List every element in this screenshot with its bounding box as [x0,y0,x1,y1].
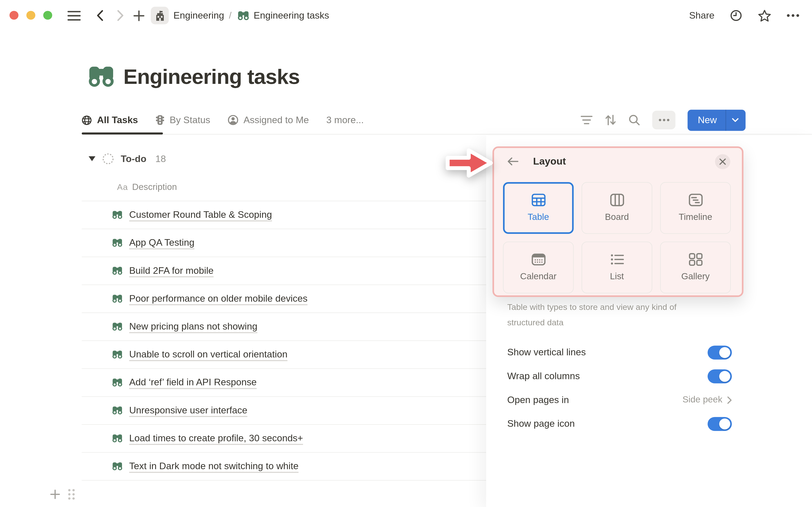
favorite-star-icon[interactable] [758,9,771,22]
sidebar-menu-button[interactable] [67,0,81,31]
toggle-knob [719,371,730,382]
tab-label: By Status [169,114,210,125]
row-title[interactable]: Text in Dark mode not switching to white [129,461,299,472]
teamspace-icon-tile[interactable] [151,7,169,24]
layout-option-board[interactable]: Board [581,182,652,234]
table-row[interactable]: Unable to scroll on vertical orientation [82,341,486,369]
group-header-todo[interactable]: To-do 18 [89,147,166,171]
table-row[interactable]: Unresponsive user interface [82,397,486,425]
close-window-button[interactable] [9,11,18,20]
show-vertical-lines-toggle[interactable] [708,345,732,359]
table-row[interactable]: Customer Round Table & Scoping [82,201,486,229]
new-button[interactable]: New [688,109,746,130]
plus-icon [134,10,144,21]
row-title[interactable]: Add ‘ref’ field in API Response [129,377,257,388]
layout-option-gallery[interactable]: Gallery [660,242,731,293]
layout-option-label: Gallery [681,272,710,282]
more-options-icon[interactable] [786,14,799,17]
share-button[interactable]: Share [689,10,714,21]
binoculars-icon [112,266,122,275]
tab-label: Assigned to Me [243,114,309,125]
row-title[interactable]: Unresponsive user interface [129,405,247,416]
layout-popup-highlight: Layout Table [493,147,744,297]
sort-icon[interactable] [605,114,617,126]
table-row[interactable]: New pricing plans not showing [82,313,486,341]
nav-back-button[interactable] [96,0,104,31]
row-title[interactable]: Poor performance on older mobile devices [129,293,307,304]
drag-handle-icon[interactable] [67,489,75,500]
binoculars-icon [112,434,122,443]
calendar-layout-icon [531,253,545,266]
table-row[interactable]: App QA Testing [82,229,486,257]
layout-option-calendar[interactable]: Calendar [503,242,574,293]
layout-option-table[interactable]: Table [503,182,574,234]
layout-option-timeline[interactable]: Timeline [660,182,731,234]
page-title: Engineering tasks [123,65,300,89]
binoculars-icon [112,462,122,471]
layout-option-list[interactable]: List [581,242,652,293]
chevron-down-icon [732,118,739,122]
layout-option-label: Board [605,212,629,222]
binoculars-icon [112,211,122,220]
nav-forward-button[interactable] [116,0,124,31]
setting-open-pages-in[interactable]: Open pages in Side peek [507,388,732,412]
collapse-triangle-icon[interactable] [89,156,95,161]
table-row[interactable]: Poor performance on older mobile devices [82,285,486,313]
add-row-plus-icon[interactable] [50,490,60,499]
column-header-description[interactable]: Aa Description [117,176,177,198]
layout-options-grid: Table Board [503,182,731,293]
panel-title: Layout [533,156,566,167]
list-layout-icon [610,253,624,266]
row-title[interactable]: Build 2FA for mobile [129,265,214,276]
group-count: 18 [155,153,166,164]
tabs-more-button[interactable]: 3 more... [326,114,364,125]
tab-label: All Tasks [97,114,138,125]
tab-all-tasks[interactable]: All Tasks [82,114,138,125]
task-table: Customer Round Table & Scoping App QA Te… [82,201,486,481]
new-page-button[interactable] [134,0,144,31]
breadcrumb-page[interactable]: Engineering tasks [254,10,329,21]
minimize-window-button[interactable] [27,11,35,20]
search-icon[interactable] [629,114,640,126]
layout-option-label: Timeline [679,212,712,222]
table-row[interactable]: Load times to create profile, 30 seconds… [82,425,486,453]
tab-by-status[interactable]: By Status [155,114,210,125]
page-binoculars-icon[interactable] [89,65,114,89]
table-row[interactable]: Add ‘ref’ field in API Response [82,369,486,397]
layout-description: Table with types to store and view any k… [507,299,704,331]
active-tab-underline [82,132,163,134]
back-arrow-icon[interactable] [507,157,519,166]
binoculars-icon [112,406,122,415]
filter-icon[interactable] [581,115,593,125]
row-title[interactable]: Load times to create profile, 30 seconds… [129,433,303,444]
text-property-icon: Aa [117,182,128,192]
breadcrumb-separator: / [229,10,232,21]
tutorial-arrow-icon [444,146,495,180]
view-settings-panel: Layout Table [486,135,812,507]
show-page-icon-toggle[interactable] [708,417,732,431]
group-name: To-do [121,153,146,164]
binoculars-icon [112,294,122,303]
zoom-window-button[interactable] [43,11,52,20]
view-options-button[interactable] [653,111,676,129]
table-layout-icon [531,193,545,207]
table-row[interactable]: Text in Dark mode not switching to white [82,453,486,481]
breadcrumb-teamspace[interactable]: Engineering [173,10,224,21]
table-row[interactable]: Build 2FA for mobile [82,257,486,285]
row-title[interactable]: Customer Round Table & Scoping [129,210,272,220]
close-panel-button[interactable] [715,154,730,169]
updates-clock-icon[interactable] [730,9,743,22]
tab-assigned-to-me[interactable]: Assigned to Me [228,114,309,125]
row-title[interactable]: New pricing plans not showing [129,321,257,332]
tabs-more-label: 3 more... [326,114,364,125]
setting-label: Wrap all columns [507,371,580,382]
row-title[interactable]: Unable to scroll on vertical orientation [129,349,287,360]
setting-show-page-icon: Show page icon [507,412,732,436]
row-title[interactable]: App QA Testing [129,237,195,248]
binoculars-icon [112,378,122,387]
new-dropdown-button[interactable] [726,118,746,122]
binoculars-icon [112,322,122,331]
wrap-all-columns-toggle[interactable] [708,369,732,383]
new-button-label: New [688,114,725,125]
building-icon [154,10,165,21]
